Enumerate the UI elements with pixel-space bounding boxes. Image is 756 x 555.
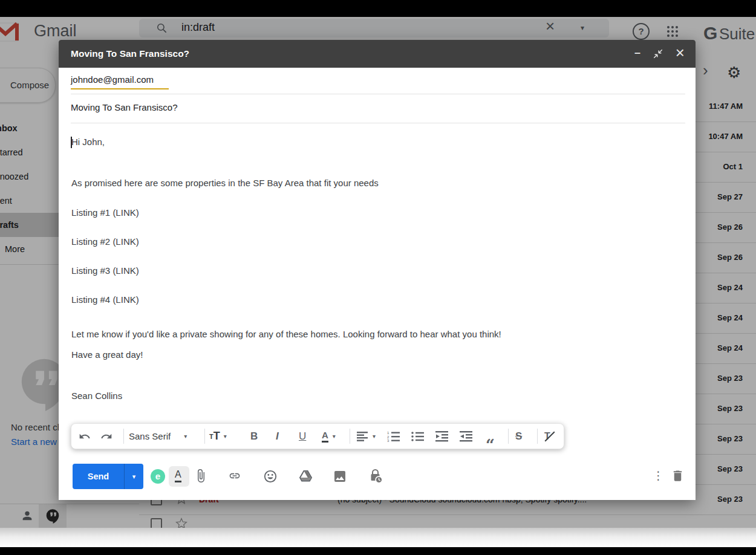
body-line: Listing #1 (LINK) (71, 207, 139, 218)
recipient-field[interactable]: johndoe@gmail.com (71, 74, 154, 85)
redo-icon[interactable] (100, 424, 112, 449)
formatting-a-letter: A (175, 469, 181, 482)
insert-link-icon[interactable] (227, 470, 243, 482)
indent-less-icon[interactable] (435, 424, 449, 449)
font-family-value: Sans Serif (129, 431, 171, 441)
insert-emoji-icon[interactable] (263, 469, 278, 484)
formatting-toolbar: Sans Serif ▾ TT ▾ B I U A ▾ ▾ 123 (71, 423, 564, 449)
size-small-letter: T (209, 433, 213, 440)
bold-button[interactable]: B (250, 424, 258, 449)
body-line: Hi John, (71, 137, 105, 147)
font-size-button[interactable]: TT ▾ (209, 424, 227, 449)
field-divider (71, 94, 685, 94)
body-line: Listing #2 (LINK) (71, 236, 139, 247)
color-letter: A (322, 430, 328, 443)
caret-down-icon: ▾ (224, 433, 227, 440)
exit-fullscreen-icon[interactable] (652, 48, 664, 60)
numbered-list-icon[interactable]: 123 (387, 424, 400, 449)
minimize-icon[interactable]: – (634, 47, 642, 59)
quote-icon[interactable]: “ (486, 424, 495, 457)
window-bottom-strip (0, 528, 756, 547)
svg-text:2: 2 (387, 435, 389, 438)
misspell-underline (71, 88, 169, 89)
extension-icon[interactable]: e (151, 469, 165, 484)
undo-icon[interactable] (79, 424, 91, 449)
formatting-options-toggle[interactable]: A (169, 466, 189, 487)
discard-draft-icon[interactable] (671, 469, 685, 483)
body-line: Listing #3 (LINK) (71, 265, 139, 276)
more-send-options-icon[interactable]: ⋮ (653, 469, 664, 482)
bulleted-list-icon[interactable] (411, 424, 425, 449)
remove-formatting-icon[interactable]: T (544, 424, 550, 449)
caret-down-icon: ▾ (333, 433, 336, 440)
drive-icon[interactable] (299, 470, 313, 482)
body-line: As promised here are some properties in … (71, 178, 379, 188)
font-family-select[interactable]: Sans Serif ▾ (129, 424, 187, 449)
subject-field[interactable]: Moving To San Fransisco? (71, 102, 177, 112)
compose-window: Moving To San Fransisco? – × johndoe@gma… (59, 40, 696, 500)
italic-button[interactable]: I (276, 424, 279, 449)
send-button-label[interactable]: Send (73, 464, 124, 489)
compose-window-title: Moving To San Fransisco? (59, 40, 696, 68)
confidential-mode-icon[interactable] (367, 468, 383, 484)
body-line: Sean Collins (71, 391, 122, 401)
svg-text:3: 3 (387, 439, 389, 442)
strikethrough-button[interactable]: S (515, 424, 522, 449)
body-line: Let me know if you'd like a private show… (71, 329, 501, 339)
field-divider (71, 123, 685, 123)
send-button[interactable]: Send ▾ (73, 464, 143, 489)
screen: Gmail in:draft × ▾ ? G Suite › ⚙ 11:47 A… (0, 0, 756, 555)
caret-down-icon: ▾ (373, 433, 376, 440)
svg-text:1: 1 (387, 431, 389, 435)
indent-more-icon[interactable] (460, 424, 473, 449)
insert-photo-icon[interactable] (333, 469, 347, 484)
underline-button[interactable]: U (299, 424, 306, 449)
attach-file-icon[interactable] (194, 468, 208, 484)
align-button[interactable]: ▾ (357, 424, 376, 449)
caret-down-icon: ▾ (184, 433, 187, 440)
top-black-bar (0, 0, 756, 17)
extension-letter: e (155, 471, 160, 481)
bottom-black-bar (0, 547, 756, 555)
close-icon[interactable]: × (676, 44, 685, 62)
text-color-button[interactable]: A ▾ (322, 424, 336, 449)
compose-window-header[interactable]: Moving To San Fransisco? – × (59, 40, 696, 68)
body-line: Have a great day! (71, 349, 143, 360)
size-big-letter: T (213, 430, 220, 443)
body-line: Listing #4 (LINK) (71, 294, 139, 305)
send-options-caret-icon[interactable]: ▾ (124, 464, 143, 489)
